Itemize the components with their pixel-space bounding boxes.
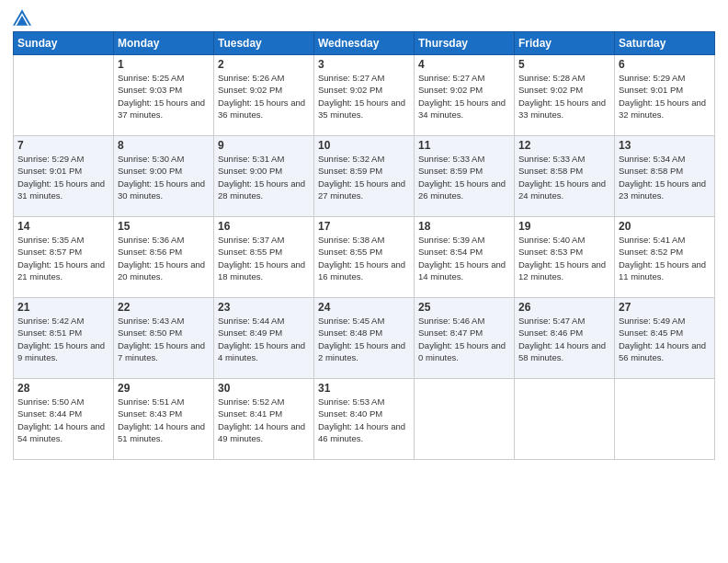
calendar-cell: 7Sunrise: 5:29 AMSunset: 9:01 PMDaylight… (14, 136, 114, 217)
calendar-cell: 26Sunrise: 5:47 AMSunset: 8:46 PMDayligh… (515, 298, 615, 379)
cell-info: Sunrise: 5:29 AMSunset: 9:01 PMDaylight:… (619, 72, 711, 121)
calendar-cell: 31Sunrise: 5:53 AMSunset: 8:40 PMDayligh… (314, 379, 415, 460)
calendar-cell: 8Sunrise: 5:30 AMSunset: 9:00 PMDaylight… (114, 136, 214, 217)
calendar-cell (415, 379, 515, 460)
cell-date: 10 (318, 139, 410, 152)
calendar-week-row: 28Sunrise: 5:50 AMSunset: 8:44 PMDayligh… (14, 379, 715, 460)
calendar-cell: 1Sunrise: 5:25 AMSunset: 9:03 PMDaylight… (114, 55, 214, 136)
cell-date: 13 (619, 139, 711, 152)
cell-date: 2 (218, 58, 310, 71)
cell-info: Sunrise: 5:46 AMSunset: 8:47 PMDaylight:… (418, 315, 510, 363)
cell-info: Sunrise: 5:30 AMSunset: 9:00 PMDaylight:… (118, 153, 210, 201)
weekday-header: Saturday (615, 32, 715, 55)
logo (13, 9, 33, 26)
calendar-cell (515, 379, 615, 460)
cell-info: Sunrise: 5:44 AMSunset: 8:49 PMDaylight:… (218, 315, 310, 363)
calendar-cell: 11Sunrise: 5:33 AMSunset: 8:59 PMDayligh… (415, 136, 515, 217)
calendar-cell: 27Sunrise: 5:49 AMSunset: 8:45 PMDayligh… (615, 298, 715, 379)
cell-info: Sunrise: 5:33 AMSunset: 8:59 PMDaylight:… (418, 153, 510, 201)
cell-info: Sunrise: 5:49 AMSunset: 8:45 PMDaylight:… (619, 315, 711, 363)
cell-date: 18 (418, 220, 510, 233)
cell-date: 20 (619, 220, 711, 233)
cell-info: Sunrise: 5:39 AMSunset: 8:54 PMDaylight:… (418, 234, 510, 282)
cell-info: Sunrise: 5:29 AMSunset: 9:01 PMDaylight:… (17, 153, 109, 201)
cell-date: 7 (17, 139, 109, 152)
cell-info: Sunrise: 5:34 AMSunset: 8:58 PMDaylight:… (619, 153, 711, 201)
cell-date: 11 (418, 139, 510, 152)
cell-info: Sunrise: 5:33 AMSunset: 8:58 PMDaylight:… (518, 153, 610, 201)
calendar-cell: 10Sunrise: 5:32 AMSunset: 8:59 PMDayligh… (314, 136, 415, 217)
calendar-week-row: 1Sunrise: 5:25 AMSunset: 9:03 PMDaylight… (14, 55, 715, 136)
cell-info: Sunrise: 5:51 AMSunset: 8:43 PMDaylight:… (118, 396, 210, 444)
logo-icon (13, 9, 31, 26)
weekday-header: Wednesday (314, 32, 415, 55)
calendar-cell: 24Sunrise: 5:45 AMSunset: 8:48 PMDayligh… (314, 298, 415, 379)
cell-date: 30 (218, 382, 310, 395)
calendar-cell: 25Sunrise: 5:46 AMSunset: 8:47 PMDayligh… (415, 298, 515, 379)
calendar-cell: 12Sunrise: 5:33 AMSunset: 8:58 PMDayligh… (515, 136, 615, 217)
calendar-cell: 6Sunrise: 5:29 AMSunset: 9:01 PMDaylight… (615, 55, 715, 136)
cell-info: Sunrise: 5:52 AMSunset: 8:41 PMDaylight:… (218, 396, 310, 444)
cell-info: Sunrise: 5:27 AMSunset: 9:02 PMDaylight:… (418, 72, 510, 121)
cell-date: 22 (118, 301, 210, 314)
cell-date: 21 (17, 301, 109, 314)
cell-info: Sunrise: 5:40 AMSunset: 8:53 PMDaylight:… (518, 234, 610, 282)
header (13, 9, 715, 26)
cell-info: Sunrise: 5:53 AMSunset: 8:40 PMDaylight:… (318, 396, 410, 444)
calendar-cell (14, 55, 114, 136)
calendar-cell: 2Sunrise: 5:26 AMSunset: 9:02 PMDaylight… (214, 55, 314, 136)
cell-info: Sunrise: 5:28 AMSunset: 9:02 PMDaylight:… (518, 72, 610, 121)
cell-info: Sunrise: 5:38 AMSunset: 8:55 PMDaylight:… (318, 234, 410, 282)
calendar-cell: 29Sunrise: 5:51 AMSunset: 8:43 PMDayligh… (114, 379, 214, 460)
calendar-table: SundayMondayTuesdayWednesdayThursdayFrid… (13, 31, 715, 460)
cell-info: Sunrise: 5:31 AMSunset: 9:00 PMDaylight:… (218, 153, 310, 201)
cell-info: Sunrise: 5:50 AMSunset: 8:44 PMDaylight:… (17, 396, 109, 444)
cell-date: 26 (518, 301, 610, 314)
cell-info: Sunrise: 5:37 AMSunset: 8:55 PMDaylight:… (218, 234, 310, 282)
calendar-cell: 5Sunrise: 5:28 AMSunset: 9:02 PMDaylight… (515, 55, 615, 136)
cell-info: Sunrise: 5:45 AMSunset: 8:48 PMDaylight:… (318, 315, 410, 363)
calendar-week-row: 14Sunrise: 5:35 AMSunset: 8:57 PMDayligh… (14, 217, 715, 298)
weekday-header: Thursday (415, 32, 515, 55)
calendar-cell: 9Sunrise: 5:31 AMSunset: 9:00 PMDaylight… (214, 136, 314, 217)
cell-date: 15 (118, 220, 210, 233)
weekday-header: Sunday (14, 32, 114, 55)
cell-date: 4 (418, 58, 510, 71)
cell-info: Sunrise: 5:35 AMSunset: 8:57 PMDaylight:… (17, 234, 109, 282)
cell-info: Sunrise: 5:43 AMSunset: 8:50 PMDaylight:… (118, 315, 210, 363)
cell-date: 8 (118, 139, 210, 152)
cell-info: Sunrise: 5:42 AMSunset: 8:51 PMDaylight:… (17, 315, 109, 363)
page: SundayMondayTuesdayWednesdayThursdayFrid… (0, 0, 728, 563)
calendar-week-row: 7Sunrise: 5:29 AMSunset: 9:01 PMDaylight… (14, 136, 715, 217)
calendar-cell: 30Sunrise: 5:52 AMSunset: 8:41 PMDayligh… (214, 379, 314, 460)
cell-date: 1 (118, 58, 210, 71)
calendar-cell: 19Sunrise: 5:40 AMSunset: 8:53 PMDayligh… (515, 217, 615, 298)
cell-date: 3 (318, 58, 410, 71)
calendar-cell: 13Sunrise: 5:34 AMSunset: 8:58 PMDayligh… (615, 136, 715, 217)
cell-date: 31 (318, 382, 410, 395)
cell-info: Sunrise: 5:25 AMSunset: 9:03 PMDaylight:… (118, 72, 210, 121)
calendar-cell: 14Sunrise: 5:35 AMSunset: 8:57 PMDayligh… (14, 217, 114, 298)
calendar-week-row: 21Sunrise: 5:42 AMSunset: 8:51 PMDayligh… (14, 298, 715, 379)
cell-date: 19 (518, 220, 610, 233)
cell-date: 27 (619, 301, 711, 314)
calendar-cell: 17Sunrise: 5:38 AMSunset: 8:55 PMDayligh… (314, 217, 415, 298)
cell-date: 28 (17, 382, 109, 395)
calendar-cell: 22Sunrise: 5:43 AMSunset: 8:50 PMDayligh… (114, 298, 214, 379)
calendar-cell: 23Sunrise: 5:44 AMSunset: 8:49 PMDayligh… (214, 298, 314, 379)
cell-info: Sunrise: 5:32 AMSunset: 8:59 PMDaylight:… (318, 153, 410, 201)
cell-date: 29 (118, 382, 210, 395)
calendar-cell: 16Sunrise: 5:37 AMSunset: 8:55 PMDayligh… (214, 217, 314, 298)
calendar-cell: 4Sunrise: 5:27 AMSunset: 9:02 PMDaylight… (415, 55, 515, 136)
calendar-cell (615, 379, 715, 460)
cell-date: 6 (619, 58, 711, 71)
cell-date: 17 (318, 220, 410, 233)
calendar-cell: 15Sunrise: 5:36 AMSunset: 8:56 PMDayligh… (114, 217, 214, 298)
weekday-header-row: SundayMondayTuesdayWednesdayThursdayFrid… (14, 32, 715, 55)
cell-date: 9 (218, 139, 310, 152)
cell-info: Sunrise: 5:26 AMSunset: 9:02 PMDaylight:… (218, 72, 310, 121)
cell-date: 24 (318, 301, 410, 314)
calendar-cell: 18Sunrise: 5:39 AMSunset: 8:54 PMDayligh… (415, 217, 515, 298)
calendar-cell: 21Sunrise: 5:42 AMSunset: 8:51 PMDayligh… (14, 298, 114, 379)
cell-info: Sunrise: 5:36 AMSunset: 8:56 PMDaylight:… (118, 234, 210, 282)
